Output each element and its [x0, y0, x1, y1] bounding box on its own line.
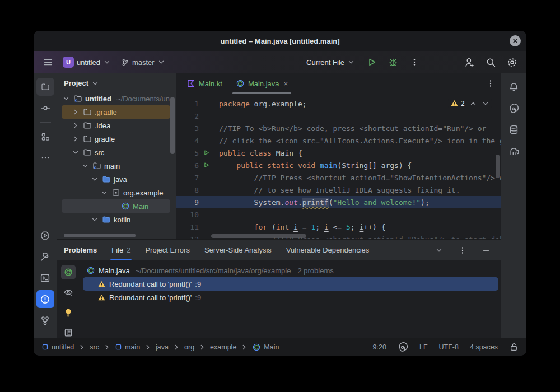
tree-toggle-down-icon[interactable] [81, 162, 90, 170]
tree-item-kotlin[interactable]: kotlin [62, 213, 170, 226]
status-ai-assistant-status[interactable] [398, 342, 408, 352]
more-actions-button[interactable] [407, 54, 422, 70]
line-number[interactable]: 3 [176, 124, 201, 133]
run-gutter-icon[interactable] [201, 150, 212, 157]
line-number[interactable]: 9 [176, 198, 201, 207]
problem-row[interactable]: Redundant call to 'printf()' :9 [83, 277, 498, 291]
status-encoding[interactable]: UTF-8 [439, 343, 459, 351]
project-view-selector[interactable]: Project [57, 73, 176, 92]
editor-tab-main-java[interactable]: Main.java× [229, 73, 295, 94]
problems-tool-show-quick-fixes[interactable] [61, 305, 76, 320]
breadcrumb-item-org[interactable]: org [184, 343, 194, 351]
line-number[interactable]: 8 [176, 186, 201, 194]
problem-row[interactable]: Redundant call to 'printf()' :9 [83, 291, 498, 304]
code-line-6[interactable]: 6 public static void main(String[] args)… [176, 159, 501, 171]
title-bar[interactable]: untitled – Main.java [untitled.main] [34, 31, 526, 51]
tree-item-untitled[interactable]: untitled~/Documents/untitl [62, 92, 170, 105]
tool-window-button-notifications[interactable] [505, 78, 523, 96]
code-line-2[interactable]: 2 [176, 110, 501, 122]
tool-window-button-project[interactable] [36, 78, 54, 96]
breadcrumb-item-example[interactable]: example [210, 343, 236, 351]
code-line-11[interactable]: 11 for (int i = 1; i <= 5; i++) { [176, 221, 501, 233]
tree-item-src[interactable]: src [62, 146, 170, 159]
project-widget[interactable]: U untitled [59, 54, 114, 70]
tool-window-button-gradle[interactable] [505, 142, 523, 160]
line-number[interactable]: 11 [176, 223, 201, 231]
breadcrumb-item-src[interactable]: src [90, 343, 99, 351]
tree-toggle-down-icon[interactable] [100, 189, 109, 197]
problems-tab-file[interactable]: File2 [111, 240, 130, 260]
tool-window-button-version-control[interactable] [36, 311, 54, 329]
line-number[interactable]: 2 [176, 112, 201, 120]
run-gutter-icon[interactable] [201, 162, 212, 169]
editor-options-button[interactable] [486, 79, 495, 88]
inspection-widget[interactable]: 2 [448, 99, 492, 108]
main-menu-button[interactable] [40, 54, 56, 70]
tree-toggle-down-icon[interactable] [90, 216, 99, 223]
code-line-10[interactable]: 10 [176, 208, 501, 221]
status-read-only-toggle[interactable] [509, 342, 519, 352]
tree-toggle-right-icon[interactable] [71, 122, 80, 129]
problems-tool-open-editor-preview[interactable] [61, 325, 76, 340]
problems-options-button[interactable] [455, 242, 470, 258]
next-problem-button[interactable] [482, 100, 489, 108]
status-caret-position[interactable]: 9:20 [373, 343, 386, 351]
tool-window-button-problems[interactable] [36, 290, 54, 308]
tree-item--idea[interactable]: .idea [62, 119, 170, 132]
line-number[interactable]: 6 [176, 161, 201, 170]
editor-tab-main-kt[interactable]: Main.kt [180, 73, 229, 94]
tool-window-button-structure[interactable] [36, 128, 54, 146]
project-vertical-scrollbar[interactable] [170, 97, 175, 154]
code-line-5[interactable]: 5public class Main { [176, 147, 501, 159]
tree-toggle-down-icon[interactable] [62, 95, 71, 102]
tree-item-java[interactable]: java [62, 172, 170, 186]
line-number[interactable]: 12 [176, 235, 201, 240]
close-window-button[interactable] [510, 35, 521, 46]
tree-toggle-down-icon[interactable] [71, 148, 80, 156]
problems-tool-view-options[interactable] [61, 285, 76, 300]
code-line-9[interactable]: 9 System.out.printf("Hello and welcome!"… [176, 196, 501, 208]
tab-close-icon[interactable]: × [284, 80, 288, 88]
tree-item-main[interactable]: Main [62, 199, 170, 213]
problems-expand-button[interactable] [431, 242, 447, 258]
tool-window-button-database[interactable] [505, 120, 523, 138]
tree-toggle-right-icon[interactable] [71, 108, 80, 116]
code-line-8[interactable]: 8 // to see how IntelliJ IDEA suggests f… [176, 184, 501, 196]
status-indent[interactable]: 4 spaces [470, 343, 498, 351]
run-configuration-selector[interactable]: Current File [303, 56, 358, 69]
tree-toggle-down-icon[interactable] [90, 175, 99, 183]
code-line-3[interactable]: 3//TIP To <b>Run</b> code, press <shortc… [176, 122, 501, 134]
tree-toggle-right-icon[interactable] [71, 135, 80, 143]
settings-button[interactable] [504, 54, 520, 70]
tree-item-gradle[interactable]: gradle [62, 132, 170, 146]
project-horizontal-scrollbar[interactable] [64, 234, 136, 237]
tool-window-button-more-tool-windows[interactable] [36, 149, 54, 167]
tool-window-button-ai-assistant[interactable] [505, 99, 523, 117]
code-area[interactable]: 1package org.example;23//TIP To <b>Run</… [176, 94, 501, 239]
line-number[interactable]: 10 [176, 211, 201, 219]
code-line-12[interactable]: 12 //TIP Press <shortcut actionId="Debug… [176, 233, 501, 239]
prev-problem-button[interactable] [469, 100, 477, 108]
vcs-widget[interactable]: master [118, 56, 169, 69]
tree-item-main[interactable]: main [62, 159, 170, 172]
breadcrumb-item-java[interactable]: java [156, 343, 169, 351]
debug-button[interactable] [385, 54, 401, 70]
problems-file-row[interactable]: Main.java~/Documents/untitled/src/main/j… [83, 264, 498, 277]
status-line-separator[interactable]: LF [419, 343, 428, 351]
run-button[interactable] [364, 54, 380, 70]
tool-window-button-run[interactable] [36, 226, 54, 244]
problems-tool-severity-filter[interactable] [61, 265, 76, 279]
line-number[interactable]: 5 [176, 149, 201, 157]
code-line-7[interactable]: 7 //TIP Press <shortcut actionId="ShowIn… [176, 171, 501, 184]
tree-item-org-example[interactable]: org.example [62, 186, 170, 199]
search-everywhere-button[interactable] [483, 54, 498, 70]
line-number[interactable]: 1 [176, 100, 201, 108]
breadcrumb-item-main[interactable]: main [115, 343, 140, 351]
tool-window-button-terminal[interactable] [36, 269, 54, 287]
tool-window-button-build[interactable] [36, 248, 54, 265]
problems-tab-vulnerable-dependencies[interactable]: Vulnerable Dependencies [286, 240, 369, 260]
breadcrumb-item-untitled[interactable]: untitled [41, 343, 74, 351]
problems-tab-project-errors[interactable]: Project Errors [145, 240, 189, 260]
tree-item--gradle[interactable]: .gradle [62, 105, 170, 119]
tool-window-button-commit[interactable] [36, 99, 54, 117]
